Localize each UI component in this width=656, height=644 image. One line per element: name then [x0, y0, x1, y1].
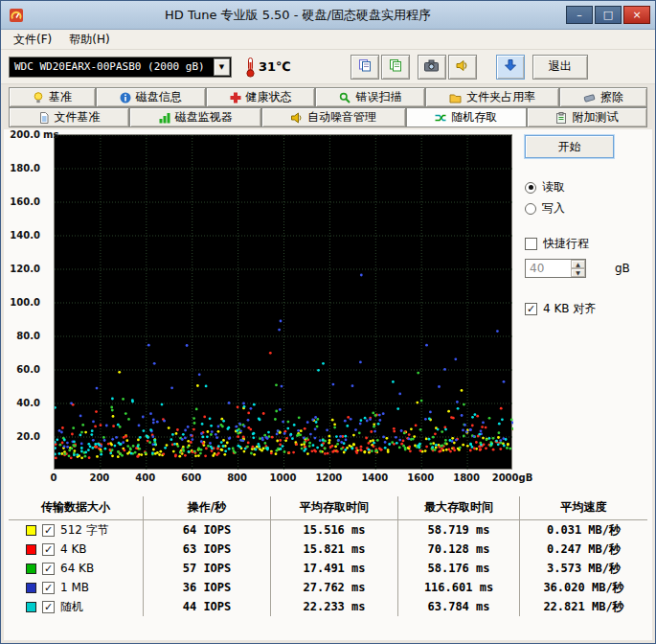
short-stroke-size-input[interactable] — [526, 260, 571, 277]
x-axis: 0200400600800100012001400160018002000gB — [54, 472, 512, 488]
file-icon — [38, 112, 50, 124]
speaker-icon — [291, 112, 303, 124]
y-axis-unit-label: ms — [43, 129, 58, 140]
tab-extra-tests[interactable]: 附加测试 — [527, 107, 647, 127]
y-tick-label: 100.0 — [9, 297, 40, 308]
table-row-label-4-kb: ✓4 KB — [9, 540, 143, 559]
drive-select[interactable]: WDC WD20EARX-00PASB0 (2000 gB) ▼ — [9, 57, 232, 78]
series-color-swatch — [26, 602, 36, 612]
x-tick-label: 200 — [89, 472, 109, 483]
table-row-label-1-mb: ✓1 MB — [9, 578, 143, 597]
avg-speed-value: 0.031 MB/秒 — [519, 520, 647, 540]
titlebar[interactable]: HD Tune 专业版 5.50 - 硬盘/固态硬盘实用程序 – □ × — [1, 1, 655, 30]
short-stroke-checkbox[interactable] — [525, 238, 537, 250]
max-access-value: 58.719 ms — [397, 520, 519, 540]
avg-access-value: 15.516 ms — [270, 520, 397, 540]
series-checkbox-512-bytes[interactable]: ✓ — [42, 524, 55, 537]
avg-access-value: 27.762 ms — [270, 578, 397, 597]
spin-down-icon[interactable]: ▼ — [571, 268, 585, 277]
minimize-button[interactable]: – — [566, 6, 593, 24]
copy-image-button[interactable] — [351, 55, 379, 80]
y-tick-label: 80.0 — [9, 331, 40, 341]
tab-erase[interactable]: 擦除 — [559, 87, 647, 107]
align-label: 4 KB 对齐 — [543, 301, 596, 317]
tab-benchmark[interactable]: 基准 — [9, 87, 96, 107]
spin-up-icon[interactable]: ▲ — [571, 260, 585, 268]
max-access-value: 63.784 ms — [397, 597, 519, 616]
align-option[interactable]: ✓ 4 KB 对齐 — [525, 301, 647, 317]
write-option[interactable]: 写入 — [525, 200, 647, 217]
tab-random-access[interactable]: 随机存取 — [406, 107, 527, 127]
series-label: 随机 — [60, 599, 83, 615]
avg-speed-value: 3.573 MB/秒 — [519, 559, 647, 578]
tab-folder-usage[interactable]: 文件夹占用率 — [425, 87, 559, 107]
series-checkbox-4-kb[interactable]: ✓ — [42, 543, 55, 556]
short-stroke-option[interactable]: 快捷行程 — [525, 236, 647, 252]
copy-text-icon — [389, 58, 402, 76]
x-tick-label: 400 — [135, 472, 155, 483]
tab-aam[interactable]: 自动噪音管理 — [261, 107, 405, 127]
read-label: 读取 — [542, 179, 565, 196]
close-button[interactable]: × — [623, 6, 650, 24]
tab-label: 健康状态 — [246, 89, 292, 105]
series-label: 4 KB — [60, 542, 87, 556]
random-access-page: 200.0ms180.0160.0140.0120.0100.080.060.0… — [4, 129, 652, 640]
tab-disk-monitor[interactable]: 磁盘监视器 — [129, 107, 261, 127]
x-tick-label: 2000gB — [492, 472, 533, 483]
iops-value: 63 IOPS — [143, 540, 270, 559]
tab-disk-info[interactable]: 磁盘信息 — [96, 87, 206, 107]
maximize-button[interactable]: □ — [595, 6, 622, 24]
align-checkbox[interactable]: ✓ — [525, 303, 537, 315]
series-color-swatch — [26, 544, 36, 555]
series-label: 64 KB — [60, 562, 94, 575]
screenshot-button[interactable] — [418, 55, 446, 80]
write-radio[interactable] — [525, 203, 536, 215]
tab-error-scan[interactable]: 错误扫描 — [315, 87, 425, 107]
short-stroke-size-wrap: ▲ ▼ — [525, 259, 586, 278]
menu-file[interactable]: 文件(F) — [5, 30, 60, 50]
max-access-value: 70.128 ms — [397, 540, 519, 559]
iops-value: 44 IOPS — [143, 597, 270, 616]
tab-label: 磁盘信息 — [136, 89, 182, 105]
info-icon — [120, 92, 131, 104]
side-controls: 开始 读取 写入 快捷行程 ▲ — [512, 134, 647, 488]
short-stroke-size-row: ▲ ▼ gB — [525, 259, 647, 278]
series-label: 512 字节 — [60, 522, 109, 539]
series-checkbox-random[interactable]: ✓ — [42, 601, 55, 613]
y-tick-label: 60.0 — [9, 364, 40, 375]
tab-label: 基准 — [49, 89, 72, 105]
start-button[interactable]: 开始 — [525, 135, 614, 158]
table-header-3: 最大存取时间 — [397, 496, 519, 520]
read-option[interactable]: 读取 — [525, 179, 647, 196]
dropdown-arrow-icon[interactable]: ▼ — [214, 58, 230, 76]
toolbar: WDC WD20EARX-00PASB0 (2000 gB) ▼ 31℃ 退出 — [1, 50, 655, 84]
y-tick-label: 40.0 — [9, 398, 40, 408]
y-tick-label: 20.0 — [9, 431, 40, 442]
max-access-value: 58.176 ms — [397, 559, 519, 578]
menu-help[interactable]: 帮助(H) — [60, 30, 118, 50]
thermometer-icon — [245, 57, 256, 78]
read-radio[interactable] — [525, 182, 536, 194]
hd-tune-window: HD Tune 专业版 5.50 - 硬盘/固态硬盘实用程序 – □ × 文件(… — [0, 0, 656, 644]
window-title: HD Tune 专业版 5.50 - 硬盘/固态硬盘实用程序 — [30, 7, 566, 24]
bulb-icon — [33, 92, 44, 104]
save-results-button[interactable] — [496, 55, 525, 80]
sound-button[interactable] — [448, 55, 477, 80]
tab-label: 附加测试 — [572, 109, 618, 126]
scan-icon — [339, 92, 351, 104]
avg-access-value: 17.491 ms — [270, 559, 397, 578]
x-tick-label: 1800 — [453, 472, 480, 483]
copy-image-icon — [358, 58, 372, 76]
table-row-label-64-kb: ✓64 KB — [9, 559, 143, 578]
copy-text-button[interactable] — [381, 55, 410, 80]
table-header-4: 平均速度 — [519, 496, 647, 520]
max-access-value: 116.601 ms — [397, 578, 519, 597]
series-checkbox-64-kb[interactable]: ✓ — [42, 563, 55, 575]
exit-button[interactable]: 退出 — [532, 55, 588, 80]
series-checkbox-1-mb[interactable]: ✓ — [42, 582, 55, 594]
tab-health[interactable]: 健康状态 — [206, 87, 316, 107]
tab-file-benchmark[interactable]: 文件基准 — [9, 107, 129, 127]
iops-value: 36 IOPS — [143, 578, 270, 597]
random-icon — [435, 112, 446, 124]
monitor-icon — [159, 112, 170, 124]
